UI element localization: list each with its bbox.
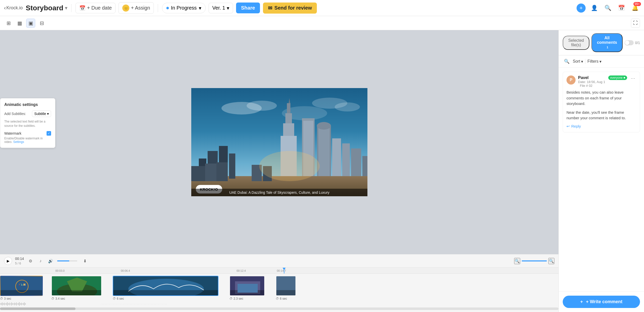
topbar-right-actions: + 👤 🔍 📅 🔔 99+	[577, 3, 640, 13]
assign-button[interactable]: 😊 + Assign	[119, 2, 154, 14]
video-content: KROCK!O UAE Dubai: A Dazzling Tale of Sk…	[191, 88, 367, 196]
volume-control-button[interactable]: 🔊	[47, 257, 54, 264]
badge-dot	[624, 77, 625, 79]
svg-rect-42	[52, 290, 102, 296]
play-button[interactable]: ▶	[4, 257, 12, 265]
version-button[interactable]: Ver. 1 ▾	[209, 3, 233, 13]
calendar-icon-right: 📅	[618, 5, 625, 11]
sort-divider	[585, 59, 585, 64]
svg-rect-54	[2, 302, 3, 305]
comment-text-2: Near the date, you'll see the frame numb…	[566, 110, 636, 121]
add-button[interactable]: +	[577, 4, 586, 13]
svg-rect-77	[25, 303, 26, 305]
sort-button[interactable]: Sort ▾	[573, 59, 583, 64]
svg-rect-19	[318, 127, 330, 176]
svg-rect-22	[342, 143, 350, 176]
svg-rect-74	[22, 303, 23, 304]
clip-1[interactable]: 🗼🗽🕌 ⏱ 3 sec	[0, 276, 50, 300]
center-panel: Animatic settings Add Subtitles: Subtitl…	[0, 30, 558, 312]
svg-rect-68	[16, 302, 17, 305]
storyboard-view-button[interactable]: ▣	[26, 19, 35, 28]
grid-view-button[interactable]: ⊞	[4, 19, 13, 28]
svg-text:🗼🗽🕌: 🗼🗽🕌	[18, 283, 26, 286]
storyboard-view-icon: ▣	[28, 20, 33, 26]
comment-menu-button[interactable]: ⋯	[630, 75, 636, 81]
svg-rect-26	[205, 164, 218, 181]
user-avatar-button[interactable]: 👤	[589, 3, 599, 13]
tab-selected-files[interactable]: Selected file(s)	[563, 36, 589, 50]
scrollbar-thumb[interactable]	[0, 307, 75, 310]
subtitle-select[interactable]: Subtitle ▾	[32, 110, 51, 117]
write-comment-button[interactable]: + + Write comment	[563, 296, 640, 308]
clock-icon-4: ⏱	[230, 297, 233, 300]
tab-all-comments[interactable]: All comments 1	[591, 33, 622, 52]
add-subtitles-label: Add Subtitles:	[4, 112, 26, 116]
filters-button[interactable]: Filters ▾	[587, 59, 601, 64]
svg-rect-69	[17, 303, 18, 304]
svg-text:· · · · · · · · · · · · · · · : · · · · · · · · · · · · · · · · · · · · …	[101, 303, 167, 305]
video-area[interactable]: Animatic settings Add Subtitles: Subtitl…	[0, 30, 558, 254]
svg-rect-25	[191, 166, 206, 181]
music-control-button[interactable]: ♪	[37, 257, 44, 264]
timeline-ruler: 00:03.0 00:06.4 00:12.4 00:14.7	[0, 268, 558, 274]
zoom-in-button[interactable]: 🔍	[548, 258, 554, 264]
back-link[interactable]: ‹ Krock.io	[4, 5, 23, 11]
grid-view-icon: ⊞	[7, 20, 11, 26]
download-button[interactable]: ⬇	[81, 257, 88, 264]
svg-point-2	[247, 101, 277, 111]
watermark-label: Watermark	[4, 131, 21, 135]
comments-search-button[interactable]: 🔍	[563, 57, 571, 65]
toolbar-right: ⛶	[631, 19, 640, 28]
clip-5[interactable]: ⏱ 6 sec	[276, 276, 296, 300]
settings-control-button[interactable]: ⚙	[27, 257, 34, 264]
project-title[interactable]: Storyboard ▾	[26, 4, 67, 12]
send-review-button[interactable]: ✉ Send for review	[263, 3, 317, 14]
svg-rect-64	[12, 303, 13, 305]
status-button[interactable]: In Progress ▾	[162, 3, 205, 13]
list-view-icon: ▦	[17, 20, 22, 26]
add-subtitles-row: Add Subtitles: Subtitle ▾	[4, 110, 51, 117]
toggle-button[interactable]	[625, 40, 634, 45]
search-icon: 🔍	[604, 5, 611, 11]
status-dot-icon	[166, 7, 169, 9]
list-view-button[interactable]: ▦	[15, 19, 24, 28]
clip-3[interactable]: ⏱ 6 sec	[113, 276, 229, 300]
due-date-button[interactable]: 📅 + Due date	[75, 3, 116, 13]
svg-rect-24	[362, 156, 367, 176]
panel-counter: 0/1	[625, 40, 640, 45]
search-button[interactable]: 🔍	[603, 3, 613, 13]
svg-rect-56	[4, 303, 5, 305]
clip-2[interactable]: ⏱ 3.4 sec	[51, 276, 112, 300]
volume-slider[interactable]	[57, 260, 77, 261]
back-label: Krock.io	[6, 5, 23, 11]
zoom-in-icon: 🔍	[549, 259, 554, 263]
toggle-knob	[625, 41, 629, 45]
clip-4[interactable]: ⏱ 2.3 sec	[230, 276, 275, 300]
zoom-out-button[interactable]: 🔍	[514, 258, 520, 264]
fullscreen-button[interactable]: ⛶	[631, 19, 640, 28]
clip-3-duration: ⏱ 6 sec	[113, 297, 124, 300]
filters-chevron-icon: ▾	[599, 59, 601, 64]
table-view-icon: ⊟	[40, 20, 44, 26]
calendar-button[interactable]: 📅	[616, 3, 626, 13]
music-ctrl-icon: ♪	[40, 259, 42, 263]
watermark-checkbox[interactable]: ✓	[47, 131, 51, 136]
timeline-tracks: 🗼🗽🕌 ⏱ 3 sec ⏱ 3.4 sec	[0, 274, 558, 301]
table-view-button[interactable]: ⊟	[37, 19, 46, 28]
svg-rect-53	[1, 303, 2, 305]
zoom-out-icon: 🔍	[515, 259, 520, 263]
calendar-icon: 📅	[79, 5, 86, 11]
sort-search-bar: 🔍 Sort ▾ Filters ▾	[559, 55, 644, 68]
reply-button[interactable]: ↩ Reply	[566, 124, 581, 129]
zoom-slider[interactable]	[522, 260, 547, 261]
timeline-scrollbar[interactable]	[0, 307, 558, 310]
notifications-button[interactable]: 🔔 99+	[630, 3, 640, 13]
timeline-area: 00:03.0 00:06.4 00:12.4 00:14.7	[0, 267, 558, 312]
download-icon: ⬇	[83, 259, 87, 263]
svg-rect-38	[1, 290, 43, 296]
svg-rect-70	[18, 303, 19, 305]
share-button[interactable]: Share	[236, 3, 260, 13]
watermark-settings-link[interactable]: Settings	[13, 140, 24, 144]
svg-rect-51	[276, 290, 296, 296]
title-text: Storyboard	[26, 4, 63, 12]
